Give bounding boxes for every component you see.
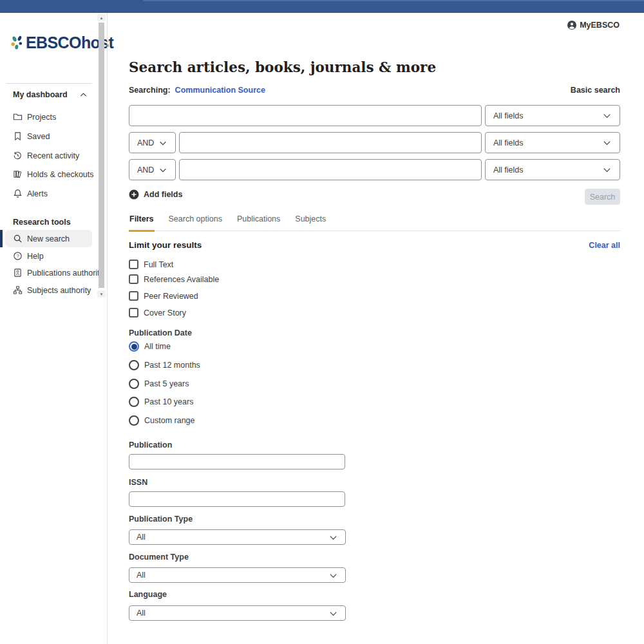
field-selector-1[interactable]: All fields: [485, 105, 620, 126]
sidebar-item-label: Help: [27, 252, 44, 261]
radio-button: [129, 397, 139, 407]
sidebar-item-label: New search: [27, 234, 70, 243]
language-label: Language: [129, 590, 167, 599]
history-icon: [13, 151, 23, 160]
sidebar-item-subjects-authority[interactable]: Subjects authority: [0, 281, 97, 299]
checkbox-full-text[interactable]: Full Text: [129, 260, 173, 269]
radio-button: [129, 379, 139, 389]
radio-button: [129, 415, 139, 426]
searching-label: Searching:: [129, 86, 171, 95]
publication-type-label: Publication Type: [129, 515, 193, 524]
options-tabs: Filters Search options Publications Subj…: [129, 214, 620, 231]
folder-icon: [13, 112, 23, 122]
tab-search-options[interactable]: Search options: [168, 214, 223, 232]
checkbox-cover-story[interactable]: Cover Story: [129, 308, 186, 317]
help-icon: ?: [13, 251, 23, 261]
database-link[interactable]: Communication Source: [175, 86, 265, 95]
checkbox-references-available[interactable]: References Available: [129, 274, 219, 284]
publication-type-select[interactable]: All: [129, 529, 346, 545]
issn-input[interactable]: [129, 491, 345, 507]
publication-icon: [13, 268, 23, 278]
chevron-down-icon: [602, 165, 612, 175]
sidebar-content-divider: [107, 13, 108, 644]
sidebar-item-alerts[interactable]: Alerts: [0, 185, 97, 202]
language-select[interactable]: All: [129, 605, 346, 621]
sidebar-item-recent-activity[interactable]: Recent activity: [0, 147, 97, 164]
limit-results-heading: Limit your results: [129, 240, 202, 250]
document-type-select[interactable]: All: [129, 567, 346, 583]
sidebar-item-label: Holds & checkouts: [27, 170, 94, 179]
chevron-down-icon: [328, 571, 338, 580]
add-circle-icon: [129, 189, 139, 200]
radio-all-time[interactable]: All time: [129, 341, 171, 352]
issn-label: ISSN: [129, 478, 147, 487]
search-term-input-1[interactable]: [129, 105, 482, 126]
publication-date-label: Publication Date: [129, 328, 192, 337]
my-dashboard-label: My dashboard: [13, 90, 68, 99]
sidebar-item-my-dashboard[interactable]: My dashboard: [13, 90, 88, 99]
add-fields-label: Add fields: [144, 190, 182, 199]
myebsco-account-button[interactable]: MyEBSCO: [567, 21, 620, 30]
sidebar-item-saved[interactable]: Saved: [0, 128, 97, 145]
ebscohost-advanced-search-page: EBSCOhost MyEBSCO My dashboard Projects …: [0, 0, 644, 644]
hierarchy-icon: [13, 285, 23, 295]
chevron-down-icon: [158, 166, 167, 175]
sidebar-item-label: Recent activity: [27, 151, 79, 160]
sidebar-item-label: Projects: [27, 113, 56, 122]
radio-custom-range[interactable]: Custom range: [129, 415, 195, 426]
chevron-down-icon: [158, 138, 167, 147]
top-bar-highlight-strip: [143, 0, 644, 1]
add-fields-button[interactable]: Add fields: [129, 189, 182, 200]
radio-button: [129, 341, 139, 352]
basic-search-link[interactable]: Basic search: [571, 86, 620, 95]
sidebar-item-label: Publications authority: [27, 269, 104, 278]
radio-past-5-years[interactable]: Past 5 years: [129, 379, 189, 389]
boolean-operator-selector-2[interactable]: AND: [129, 132, 176, 153]
svg-text:?: ?: [16, 253, 19, 259]
radio-past-10-years[interactable]: Past 10 years: [129, 397, 193, 407]
top-bar: [0, 0, 644, 13]
field-selector-3[interactable]: All fields: [485, 159, 620, 180]
search-button[interactable]: Search: [585, 189, 620, 205]
research-tools-heading: Research tools: [0, 213, 97, 231]
sidebar-item-new-search[interactable]: New search: [0, 230, 97, 247]
page-title: Search articles, books, journals & more: [129, 59, 436, 75]
document-type-label: Document Type: [129, 553, 189, 562]
chevron-down-icon: [602, 111, 612, 120]
sidebar-item-holds-checkouts[interactable]: Holds & checkouts: [0, 166, 97, 183]
sidebar-item-help[interactable]: ? Help: [0, 247, 97, 265]
person-circle-icon: [567, 21, 576, 30]
search-term-input-2[interactable]: [179, 132, 482, 153]
boolean-operator-selector-3[interactable]: AND: [129, 159, 176, 180]
chevron-down-icon: [602, 138, 612, 147]
sidebar-item-label: Saved: [27, 132, 50, 141]
tab-publications[interactable]: Publications: [236, 214, 281, 232]
field-selector-2[interactable]: All fields: [485, 132, 620, 153]
scroll-up-arrow[interactable]: ▲: [97, 14, 106, 21]
checkbox-peer-reviewed[interactable]: Peer Reviewed: [129, 291, 198, 301]
searching-row: Searching: Communication Source Basic se…: [129, 86, 620, 95]
scroll-down-arrow[interactable]: ▼: [97, 290, 106, 298]
tab-filters[interactable]: Filters: [129, 214, 155, 232]
sidebar-item-label: Alerts: [27, 189, 48, 198]
search-icon: [13, 234, 23, 243]
scrollbar-thumb[interactable]: [99, 23, 104, 288]
library-icon: [13, 169, 23, 179]
radio-past-12-months[interactable]: Past 12 months: [129, 360, 200, 370]
account-label: MyEBSCO: [580, 21, 620, 30]
chevron-down-icon: [328, 533, 338, 542]
sidebar-item-projects[interactable]: Projects: [0, 108, 97, 126]
chevron-up-icon: [79, 91, 88, 99]
publication-label: Publication: [129, 440, 172, 450]
checkbox-box: [129, 274, 138, 284]
sidebar-item-publications-authority[interactable]: Publications authority: [0, 264, 97, 281]
search-term-input-3[interactable]: [179, 159, 482, 180]
radio-button: [129, 360, 139, 370]
publication-input[interactable]: [129, 454, 345, 469]
sidebar-item-label: Subjects authority: [27, 286, 91, 295]
checkbox-box: [129, 308, 138, 317]
limit-results-row: Limit your results Clear all: [129, 240, 620, 250]
tab-subjects[interactable]: Subjects: [294, 214, 327, 232]
clear-all-link[interactable]: Clear all: [589, 241, 620, 250]
checkbox-box: [129, 260, 138, 269]
